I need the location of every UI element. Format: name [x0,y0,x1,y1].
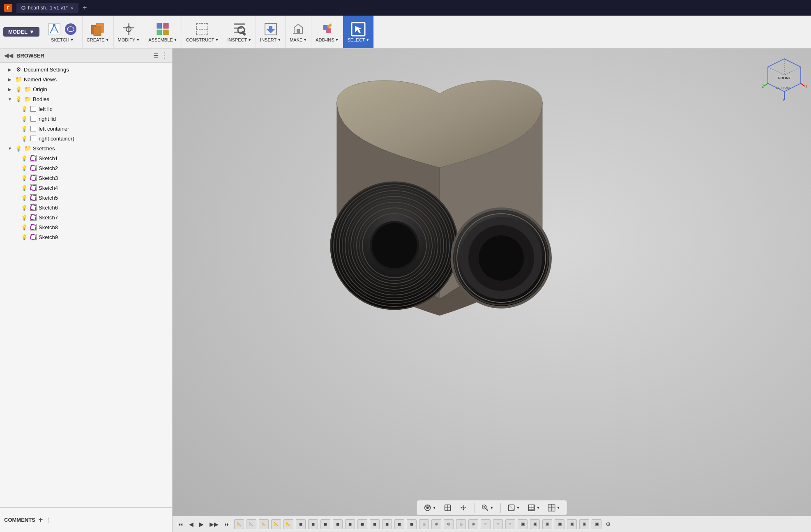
timeline-op-20[interactable]: ⊕ [468,519,478,529]
bulb-right-container-icon: 💡 [21,135,28,142]
pan-button[interactable] [457,502,470,514]
display-style-button[interactable]: ▼ [505,502,523,514]
tree-item-sketch4[interactable]: 💡 Sketch4 [0,183,172,193]
left-lid-label: left lid [39,106,53,112]
look-button[interactable] [441,502,454,514]
timeline-prev-button[interactable]: ◀ [187,520,195,528]
timeline-op-18[interactable]: ⊕ [444,519,454,529]
tree-item-right-lid[interactable]: 💡 right lid [0,114,172,124]
svg-rect-78 [551,504,555,508]
close-icon[interactable]: × [70,5,74,11]
viewport[interactable]: Y X Z FRONT BOTTOM ▼ [173,48,811,532]
timeline-op-9[interactable]: ◼ [333,519,343,529]
svg-point-47 [479,235,524,281]
timeline-op-6[interactable]: ◼ [296,519,306,529]
timeline-op-25[interactable]: ▣ [530,519,540,529]
toolbar-modify[interactable]: MODIFY ▼ [114,16,145,48]
svg-line-56 [764,83,768,86]
toolbar-create[interactable]: CREATE ▼ [83,16,114,48]
tree-item-right-container[interactable]: 💡 right container) [0,134,172,143]
toolbar-make[interactable]: MAKE ▼ [286,16,311,48]
tree-item-sketch7[interactable]: 💡 Sketch7 [0,212,172,222]
svg-text:X: X [806,84,807,89]
tree-item-doc-settings[interactable]: ▶ ⚙ Document Settings [0,64,172,74]
model-label: MODEL [8,29,28,35]
viewport-display-button[interactable]: ▼ [545,502,562,514]
timeline-next-button[interactable]: ▶▶ [208,520,220,528]
timeline-op-24[interactable]: ▣ [518,519,528,529]
comments-add-button[interactable]: + [39,516,43,524]
toolbar-inspect[interactable]: INSPECT ▼ [223,16,256,48]
browser-options-icon[interactable]: ☰ [153,53,158,59]
model-button[interactable]: MODEL ▼ [3,27,39,37]
timeline-op-12[interactable]: ◼ [370,519,380,529]
sketch8-label: Sketch8 [39,224,58,230]
timeline-op-27[interactable]: ▣ [555,519,564,529]
orbit-button[interactable]: ▼ [421,502,439,514]
timeline-op-4[interactable]: 📐 [271,519,281,529]
timeline-op-7[interactable]: ◼ [308,519,318,529]
tree-item-sketch9[interactable]: 💡 Sketch9 [0,232,172,242]
timeline-op-29[interactable]: ▣ [579,519,589,529]
timeline-op-21[interactable]: ≡ [481,519,491,529]
sketch-icon-row [47,22,78,37]
timeline-op-28[interactable]: ▣ [567,519,577,529]
timeline-op-2[interactable]: 📐 [247,519,256,529]
assemble-icon [155,22,170,37]
tree-item-origin[interactable]: ▶ 💡 📁 Origin [0,84,172,94]
main-area: ◀◀ BROWSER ☰ ⋮ ▶ ⚙ Document Settings ▶ 📁… [0,48,811,532]
create-icon [90,22,105,37]
timeline-op-15[interactable]: ◼ [407,519,417,529]
timeline-op-3[interactable]: 📐 [259,519,269,529]
timeline-end-button[interactable]: ⏭ [223,520,232,528]
sidebar-collapse-icon[interactable]: ◀◀ [4,52,13,59]
document-tab[interactable]: heart sh...1 v1 v1* × [16,3,78,13]
svg-text:BOTTOM: BOTTOM [776,86,790,90]
toolbar-construct[interactable]: CONSTRUCT ▼ [182,16,223,48]
toolbar-add-ins[interactable]: ADD-INS ▼ [311,16,343,48]
toolbar-insert[interactable]: INSERT ▼ [256,16,286,48]
timeline-op-5[interactable]: 📐 [283,519,293,529]
folder-sketches-icon: 📁 [24,145,31,152]
timeline-start-button[interactable]: ⏮ [176,520,185,528]
timeline-op-14[interactable]: ◼ [394,519,404,529]
timeline-op-8[interactable]: ◼ [320,519,330,529]
svg-rect-79 [548,508,551,511]
timeline-op-10[interactable]: ◼ [345,519,355,529]
timeline-op-30[interactable]: ▣ [592,519,601,529]
timeline-op-16[interactable]: ⊕ [419,519,429,529]
tree-item-sketch1[interactable]: 💡 Sketch1 [0,153,172,163]
tree-item-bodies[interactable]: ▼ 💡 📁 Bodies [0,94,172,104]
timeline-op-1[interactable]: 📐 [234,519,244,529]
tree-item-left-container[interactable]: 💡 left container [0,124,172,134]
timeline-op-22[interactable]: ≡ [493,519,503,529]
timeline-op-23[interactable]: ≡ [505,519,515,529]
add-tab-button[interactable]: + [83,4,87,12]
toolbar-assemble[interactable]: ASSEMBLE ▼ [144,16,182,48]
tree-item-sketch6[interactable]: 💡 Sketch6 [0,203,172,212]
tree-item-sketch2[interactable]: 💡 Sketch2 [0,163,172,173]
tree-item-sketch3[interactable]: 💡 Sketch3 [0,173,172,183]
sketch3-icon [30,174,37,182]
toolbar-select[interactable]: SELECT ▼ [343,16,374,48]
insert-label: INSERT ▼ [260,37,281,42]
tree-item-sketch8[interactable]: 💡 Sketch8 [0,222,172,232]
tree-item-sketch5[interactable]: 💡 Sketch5 [0,193,172,203]
inspect-label: INSPECT ▼ [227,37,251,42]
grid-button[interactable]: ▼ [525,502,542,514]
timeline-settings-button[interactable]: ⚙ [604,520,613,528]
timeline-op-26[interactable]: ▣ [542,519,552,529]
tree-item-sketches[interactable]: ▼ 💡 📁 Sketches [0,143,172,153]
nav-cube[interactable]: Y X Z FRONT BOTTOM [762,57,803,98]
timeline-op-11[interactable]: ◼ [357,519,367,529]
sketch9-icon [30,233,37,241]
sketch9-label: Sketch9 [39,234,58,240]
tree-item-left-lid[interactable]: 💡 left lid [0,104,172,114]
zoom-button[interactable]: ▼ [479,502,496,514]
toolbar-sketch[interactable]: SKETCH ▼ [43,16,83,48]
tree-item-named-views[interactable]: ▶ 📁 Named Views [0,74,172,84]
timeline-play-button[interactable]: ▶ [198,520,205,528]
timeline-op-17[interactable]: ⊕ [431,519,441,529]
timeline-op-13[interactable]: ◼ [382,519,392,529]
timeline-op-19[interactable]: ⊕ [456,519,466,529]
